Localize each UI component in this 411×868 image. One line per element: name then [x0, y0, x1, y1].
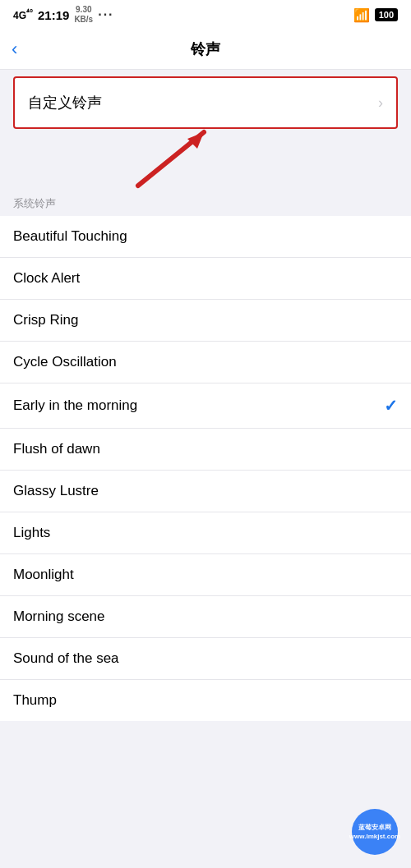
status-time: 21:19	[38, 8, 69, 22]
chevron-right-icon: ›	[378, 94, 383, 112]
custom-ringtone-section: 自定义铃声 ›	[13, 76, 398, 129]
network-label: 4G⁴⁰	[13, 8, 33, 21]
watermark-text: 蓝莓安卓网www.lmkjst.com	[349, 823, 400, 841]
battery-indicator: 100	[375, 8, 398, 21]
ringtone-item[interactable]: Moonlight	[0, 554, 411, 596]
ringtone-name: Early in the morning	[13, 397, 137, 414]
ringtone-item[interactable]: Flush of dawn	[0, 429, 411, 471]
ringtone-item[interactable]: Beautiful Touching	[0, 216, 411, 258]
ringtone-name: Beautiful Touching	[13, 228, 127, 245]
ringtone-item[interactable]: Lights	[0, 512, 411, 554]
ringtone-item[interactable]: Early in the morning✓	[0, 383, 411, 429]
status-dots: ···	[98, 7, 113, 22]
ringtone-list: Beautiful TouchingClock AlertCrisp RingC…	[0, 216, 411, 721]
system-section-label: 系统铃声	[0, 186, 411, 216]
ringtone-item[interactable]: Thump	[0, 680, 411, 721]
status-bar: 4G⁴⁰ 21:19 9.30 KB/s ··· 📶 100	[0, 0, 411, 30]
status-left: 4G⁴⁰ 21:19 9.30 KB/s ···	[13, 5, 114, 25]
header: ‹ 铃声	[0, 30, 411, 70]
ringtone-name: Glassy Lustre	[13, 483, 99, 499]
ringtone-item[interactable]: Cycle Oscillation	[0, 342, 411, 383]
ringtone-item[interactable]: Morning scene	[0, 596, 411, 638]
ringtone-name: Sound of the sea	[13, 650, 119, 667]
ringtone-item[interactable]: Crisp Ring	[0, 300, 411, 342]
ringtone-item[interactable]: Clock Alert	[0, 258, 411, 300]
ringtone-name: Thump	[13, 692, 57, 709]
page-title: 铃声	[191, 39, 220, 59]
ringtone-name: Crisp Ring	[13, 312, 78, 328]
network-speed: 9.30 KB/s	[74, 5, 93, 25]
ringtone-item[interactable]: Glassy Lustre	[0, 471, 411, 512]
ringtone-name: Cycle Oscillation	[13, 354, 117, 370]
ringtone-name: Lights	[13, 525, 50, 541]
ringtone-name: Moonlight	[13, 567, 74, 583]
wifi-icon: 📶	[353, 7, 370, 23]
back-button[interactable]: ‹	[12, 40, 17, 58]
ringtone-name: Clock Alert	[13, 270, 80, 287]
ringtone-name: Flush of dawn	[13, 441, 100, 457]
arrow-spacer	[0, 129, 411, 186]
custom-ringtone-row[interactable]: 自定义铃声 ›	[15, 78, 396, 127]
ringtone-name: Morning scene	[13, 609, 105, 625]
watermark: 蓝莓安卓网www.lmkjst.com	[352, 809, 398, 855]
status-right: 📶 100	[353, 7, 398, 23]
custom-ringtone-label: 自定义铃声	[28, 93, 102, 113]
selected-checkmark: ✓	[384, 396, 398, 416]
ringtone-item[interactable]: Sound of the sea	[0, 638, 411, 680]
